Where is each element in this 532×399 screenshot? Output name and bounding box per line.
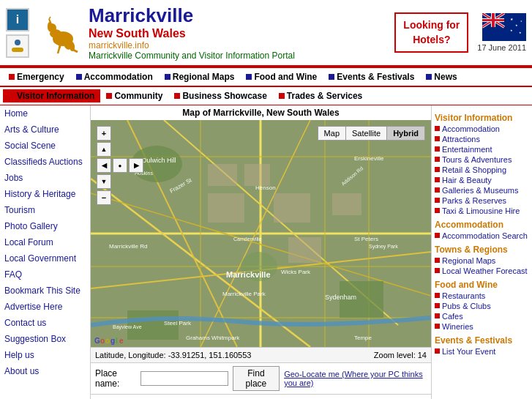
svg-rect-51 — [274, 193, 310, 223]
nav-food-wine[interactable]: Food and Wine — [240, 70, 323, 83]
map-type-hybrid[interactable]: Hybrid — [386, 127, 424, 140]
svg-text:o: o — [105, 337, 110, 345]
sidebar-home[interactable]: Home — [0, 105, 90, 122]
sidebar-advertise[interactable]: Advertise Here — [0, 299, 90, 315]
svg-text:o: o — [100, 337, 105, 345]
map-pan-up[interactable]: ▲ — [97, 142, 111, 157]
map-type-map[interactable]: Map — [318, 127, 345, 140]
nav-regional-maps[interactable]: Regional Maps — [159, 70, 241, 83]
right-link-regional-maps[interactable]: Regional Maps — [435, 256, 529, 265]
state-label: New South Wales — [89, 27, 394, 40]
map-zoom-out[interactable]: − — [97, 190, 111, 205]
site-url[interactable]: marrickville.info — [89, 40, 394, 51]
right-link-cafes[interactable]: Cafes — [435, 312, 529, 321]
geo-locate-link[interactable]: Geo-Locate me (Where your PC thinks you … — [284, 370, 427, 387]
svg-text:Marrickville Park: Marrickville Park — [222, 291, 266, 297]
svg-text:Wicks Park: Wicks Park — [281, 269, 311, 275]
right-link-attractions[interactable]: Attractions — [435, 135, 529, 143]
svg-text:★: ★ — [515, 23, 518, 27]
sidebar-history[interactable]: History & Heritage — [0, 186, 90, 202]
right-link-retail[interactable]: Retail & Shopping — [435, 165, 529, 174]
map-container[interactable]: Marrickville Dulwich Hill St Peters Syde… — [91, 120, 431, 347]
sidebar-tourism[interactable]: Tourism — [0, 202, 90, 218]
person-icon — [6, 34, 29, 58]
subnav-visitor-info[interactable]: Visitor Information — [3, 89, 100, 102]
right-link-galleries[interactable]: Galleries & Museums — [435, 186, 529, 195]
sidebar-classifieds[interactable]: Classifieds Auctions — [0, 154, 90, 170]
sidebar-help[interactable]: Help us — [0, 347, 90, 363]
map-type-satellite[interactable]: Satellite — [345, 127, 386, 140]
subnav-trades[interactable]: Trades & Services — [273, 89, 368, 102]
right-link-accommodation[interactable]: Accommodation — [435, 124, 529, 133]
top-navigation: Emergency Accommodation Regional Maps Fo… — [0, 67, 532, 87]
map-zoom-in[interactable]: + — [97, 126, 111, 141]
right-section-food: Food and Wine — [435, 280, 529, 290]
sidebar-jobs[interactable]: Jobs — [0, 170, 90, 186]
right-section-accommodation: Accommodation — [435, 220, 529, 230]
sidebar-bookmark[interactable]: Bookmark This Site — [0, 283, 90, 299]
find-place-button[interactable]: Find place — [233, 366, 280, 391]
sidebar-local-gov[interactable]: Local Government — [0, 250, 90, 266]
map-controls: + ▲ ◀ ● ▶ ▼ − — [97, 126, 143, 205]
info-icon: i — [6, 8, 29, 31]
home-page-title: Marrickville Home Page — [91, 394, 431, 399]
place-name-label: Place name: — [95, 368, 136, 389]
svg-rect-50 — [208, 193, 244, 223]
map-center[interactable]: ● — [113, 158, 127, 173]
right-section-towns: Towns & Regions — [435, 245, 529, 255]
svg-text:Camdenville: Camdenville — [233, 236, 262, 242]
svg-text:Dulwich Hill: Dulwich Hill — [142, 157, 176, 164]
right-link-tours[interactable]: Tours & Adventures — [435, 155, 529, 164]
svg-text:e: e — [119, 337, 124, 345]
lat-lng-value: -33.91251, 151.160553 — [168, 351, 252, 359]
sidebar-faq[interactable]: FAQ — [0, 266, 90, 283]
date-label: 17 June 2011 — [477, 43, 526, 52]
sidebar-photo-gallery[interactable]: Photo Gallery — [0, 218, 90, 234]
sidebar-arts[interactable]: Arts & Culture — [0, 122, 90, 138]
map-pan-right[interactable]: ▶ — [129, 158, 143, 173]
right-link-restaurants[interactable]: Restaurants — [435, 291, 529, 300]
hotels-box[interactable]: Looking forHotels? — [394, 12, 468, 53]
sidebar-about[interactable]: About us — [0, 363, 90, 379]
sidebar-local-forum[interactable]: Local Forum — [0, 234, 90, 250]
svg-line-7 — [49, 17, 50, 19]
right-link-parks[interactable]: Parks & Reserves — [435, 196, 529, 205]
svg-rect-23 — [482, 19, 504, 21]
svg-point-0 — [15, 40, 20, 45]
zoom-label: Zoom level: — [374, 351, 416, 359]
place-name-input[interactable] — [141, 371, 228, 386]
svg-text:St Peters: St Peters — [354, 236, 378, 242]
subnav-business[interactable]: Business Showcase — [168, 89, 272, 102]
right-link-hair[interactable]: Hair & Beauty — [435, 176, 529, 184]
right-link-taxi[interactable]: Taxi & Limousine Hire — [435, 206, 529, 215]
right-link-list-event[interactable]: List Your Event — [435, 347, 529, 356]
site-tagline: Marrickville Community and Visitor Infor… — [89, 51, 394, 61]
nav-emergency[interactable]: Emergency — [3, 70, 70, 83]
map-pan-down[interactable]: ▼ — [97, 174, 111, 189]
right-link-accom-search[interactable]: Accommodation Search — [435, 231, 529, 240]
right-section-visitor-info: Visitor Information — [435, 113, 529, 123]
flag-icon: ★ ★ ★ ★ ★ — [482, 13, 526, 41]
svg-line-10 — [73, 50, 78, 52]
svg-text:Marrickville Rd: Marrickville Rd — [109, 243, 147, 250]
svg-text:G: G — [94, 337, 100, 345]
right-link-pubs[interactable]: Pubs & Clubs — [435, 302, 529, 310]
nav-events[interactable]: Events & Festivals — [323, 70, 420, 83]
map-pan-left[interactable]: ◀ — [97, 158, 111, 173]
nav-news[interactable]: News — [420, 70, 462, 83]
left-sidebar: Home Arts & Culture Social Scene Classif… — [0, 105, 91, 399]
right-link-entertainment[interactable]: Entertainment — [435, 145, 529, 154]
right-link-weather[interactable]: Local Weather Forecast — [435, 266, 529, 275]
svg-text:Erskineville: Erskineville — [354, 155, 384, 162]
sidebar-social[interactable]: Social Scene — [0, 138, 90, 154]
nav-accommodation[interactable]: Accommodation — [70, 70, 159, 83]
sidebar-contact[interactable]: Contact us — [0, 315, 90, 331]
subnav-community[interactable]: Community — [100, 89, 168, 102]
svg-text:g: g — [110, 337, 115, 345]
sidebar-suggestion[interactable]: Suggestion Box — [0, 331, 90, 347]
right-link-wineries[interactable]: Wineries — [435, 322, 529, 331]
svg-line-12 — [58, 48, 59, 53]
right-section-events: Events & Festivals — [435, 335, 529, 346]
map-title: Map of Marrickville, New South Wales — [91, 105, 431, 120]
place-search-bar: Place name: Find place Geo-Locate me (Wh… — [91, 362, 431, 394]
